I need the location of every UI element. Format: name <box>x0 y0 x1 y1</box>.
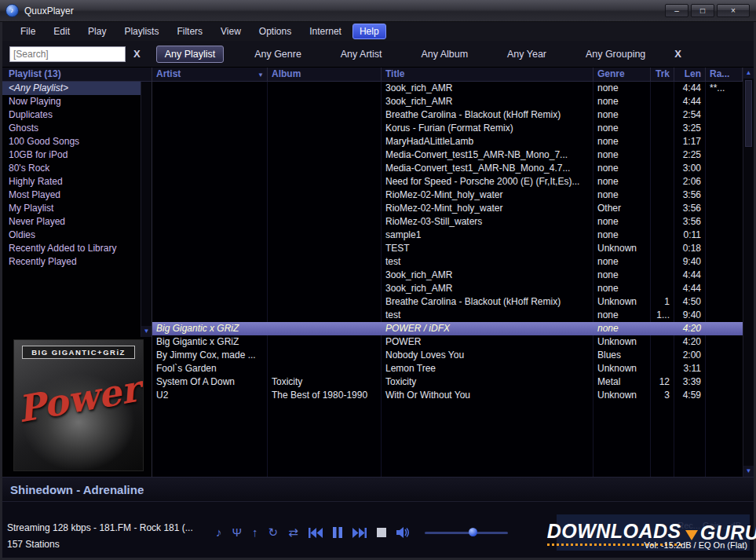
track-row[interactable]: Fool`s GardenLemon TreeUnknown3:11 <box>152 362 743 375</box>
library-column-headers: Artist▼AlbumTitleGenreTrkLenRa... <box>152 68 743 82</box>
playlist-item-duplicates[interactable]: Duplicates <box>2 108 141 122</box>
playlist-item-100-good-songs[interactable]: 100 Good Songs <box>2 135 141 148</box>
window-controls: – □ × <box>665 4 750 17</box>
radio-antenna-icon[interactable]: Ψ <box>232 525 243 540</box>
track-row[interactable]: Media-Convert_test1_AMR-NB_Mono_4.7...no… <box>152 162 743 175</box>
column-header-title[interactable]: Title <box>382 68 593 81</box>
music-note-icon[interactable]: ♪ <box>216 525 222 540</box>
column-header-genre[interactable]: Genre <box>593 68 651 81</box>
search-input[interactable] <box>9 46 126 62</box>
track-row[interactable]: Big Gigantic x GRiZPOWER / iDFXnone4:20 <box>152 322 743 335</box>
volume-thumb[interactable] <box>469 528 477 536</box>
track-row[interactable]: Media-Convert_test15_AMR-NB_Mono_7...non… <box>152 148 743 162</box>
close-button[interactable]: × <box>717 4 750 17</box>
scrollbar-thumb[interactable] <box>745 80 752 147</box>
pause-button[interactable] <box>333 527 342 538</box>
track-row[interactable]: U2The Best of 1980-1990With Or Without Y… <box>152 389 743 402</box>
menu-item-play[interactable]: Play <box>81 24 113 39</box>
track-row[interactable]: Breathe Carolina - Blackout (kHoff Remix… <box>152 108 743 122</box>
volume-slider[interactable] <box>425 527 508 538</box>
menu-item-file[interactable]: File <box>13 24 42 39</box>
next-button[interactable] <box>352 528 367 538</box>
menu-item-filters[interactable]: Filters <box>170 24 210 39</box>
cell-artist <box>152 295 268 309</box>
minimize-button[interactable]: – <box>665 4 688 17</box>
column-header-album[interactable]: Album <box>268 68 382 81</box>
column-header-trk[interactable]: Trk <box>651 68 674 81</box>
menu-item-internet[interactable]: Internet <box>302 24 349 39</box>
scroll-down-icon[interactable]: ▼ <box>141 326 152 337</box>
track-row[interactable]: TESTUnknown0:18 <box>152 242 743 255</box>
menu-item-help[interactable]: Help <box>352 24 386 39</box>
volume-icon[interactable] <box>396 527 411 538</box>
track-row[interactable]: RioMez-03-Still_watersnone3:56 <box>152 215 743 229</box>
stop-button[interactable] <box>377 528 386 537</box>
column-header-len[interactable]: Len <box>674 68 706 81</box>
maximize-button[interactable]: □ <box>691 4 714 17</box>
cell-rating <box>706 282 743 295</box>
filter-close-button[interactable]: X <box>674 48 681 60</box>
library-scrollbar[interactable]: ▲ ▼ <box>743 68 754 477</box>
scroll-up-icon[interactable]: ▲ <box>743 68 754 79</box>
cell-trk <box>651 362 674 375</box>
playlist-item-recently-played[interactable]: Recently Played <box>2 255 141 269</box>
track-row[interactable]: 3ook_rich_AMRnone4:44 <box>152 269 743 282</box>
playlist-item-any-playlist[interactable]: <Any Playlist> <box>2 82 141 95</box>
track-row[interactable]: By Jimmy Cox, made ...Nobody Loves YouBl… <box>152 349 743 362</box>
filter-tab-any-playlist[interactable]: Any Playlist <box>156 46 225 63</box>
filter-tab-any-artist[interactable]: Any Artist <box>332 46 391 63</box>
shuffle-icon[interactable]: ⇄ <box>288 525 298 540</box>
cell-title: MaryHadALittleLamb <box>382 135 593 148</box>
playlist-item-ghosts[interactable]: Ghosts <box>2 122 141 135</box>
cell-title: Toxicity <box>382 375 593 389</box>
playlist-item-recently-added-to-library[interactable]: Recently Added to Library <box>2 242 141 255</box>
filter-tab-any-genre[interactable]: Any Genre <box>246 46 310 63</box>
cell-artist <box>152 282 268 295</box>
track-row[interactable]: sample1none0:11 <box>152 229 743 242</box>
track-row[interactable]: 3ook_rich_AMRnone4:44 <box>152 282 743 295</box>
track-row[interactable]: testnone9:40 <box>152 255 743 269</box>
playlist-item-my-playlist[interactable]: My Playlist <box>2 202 141 215</box>
track-row[interactable]: Need for Speed - Porsche 2000 (E) (Fr,It… <box>152 175 743 188</box>
cell-artist <box>152 162 268 175</box>
playlist-item-never-played[interactable]: Never Played <box>2 215 141 229</box>
playlist-item-highly-rated[interactable]: Highly Rated <box>2 175 141 188</box>
playlist-scrollbar[interactable]: ▼ <box>141 82 152 337</box>
track-row[interactable]: Big Gigantic x GRiZPOWERUnknown4:20 <box>152 335 743 349</box>
upload-arrow-icon[interactable]: ↑ <box>252 525 258 540</box>
filter-tab-any-grouping[interactable]: Any Grouping <box>577 46 654 63</box>
search-clear-button[interactable]: X <box>133 48 141 60</box>
track-row[interactable]: 3ook_rich_AMRnone4:44 <box>152 95 743 108</box>
track-row[interactable]: RioMez-02-Mint_holy_waternone3:56 <box>152 188 743 202</box>
menu-item-options[interactable]: Options <box>252 24 298 39</box>
playlist-item-oldies[interactable]: Oldies <box>2 229 141 242</box>
track-row[interactable]: System Of A DownToxicityToxicityMetal123… <box>152 375 743 389</box>
track-row[interactable]: Breathe Carolina - Blackout (kHoff Remix… <box>152 295 743 309</box>
track-row[interactable]: RioMez-02-Mint_holy_waterOther3:56 <box>152 202 743 215</box>
menu-item-view[interactable]: View <box>214 24 248 39</box>
transport-bar: Streaming 128 kbps - 181.FM - Rock 181 (… <box>2 501 754 558</box>
cell-len: 3:00 <box>674 162 706 175</box>
cell-genre: Unknown <box>593 362 651 375</box>
repeat-icon[interactable]: ↻ <box>268 525 279 540</box>
menu-item-edit[interactable]: Edit <box>46 24 77 39</box>
cell-trk <box>651 82 674 95</box>
cell-len: 4:50 <box>674 295 706 309</box>
track-row[interactable]: Korus - Furian (Format Remix)none3:25 <box>152 122 743 135</box>
menu-item-playlists[interactable]: Playlists <box>117 24 166 39</box>
playlist-item-10gb-for-ipod[interactable]: 10GB for iPod <box>2 148 141 162</box>
track-row[interactable]: 3ook_rich_AMRnone4:44**... <box>152 82 743 95</box>
previous-button[interactable] <box>309 528 323 538</box>
filter-tab-any-album[interactable]: Any Album <box>412 46 477 63</box>
playlist-item-now-playing[interactable]: Now Playing <box>2 95 141 108</box>
playlist-item-most-played[interactable]: Most Played <box>2 188 141 202</box>
scroll-down-icon[interactable]: ▼ <box>743 466 754 477</box>
playlist-item-80-s-rock[interactable]: 80's Rock <box>2 162 141 175</box>
cell-title: sample1 <box>382 229 593 242</box>
column-header-rating[interactable]: Ra... <box>706 68 743 81</box>
scrollbar-track[interactable] <box>743 79 754 466</box>
column-header-artist[interactable]: Artist▼ <box>152 68 268 81</box>
track-row[interactable]: testnone1...9:40 <box>152 309 743 322</box>
filter-tab-any-year[interactable]: Any Year <box>499 46 555 63</box>
track-row[interactable]: MaryHadALittleLambnone1:17 <box>152 135 743 148</box>
